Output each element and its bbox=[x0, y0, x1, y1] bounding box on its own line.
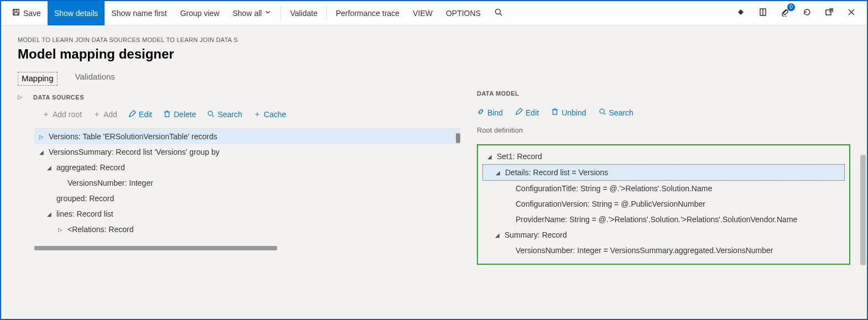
tree-node-details[interactable]: ◢ Details: Record list = Versions bbox=[482, 164, 845, 181]
data-sources-heading: DATA SOURCES bbox=[33, 94, 84, 101]
caret-down-icon[interactable]: ◢ bbox=[45, 165, 53, 171]
save-button[interactable]: Save bbox=[6, 1, 48, 25]
add-root-button[interactable]: ＋ Add root bbox=[42, 109, 82, 119]
add-button[interactable]: ＋ Add bbox=[93, 109, 117, 119]
tree-node-versions-number[interactable]: ▷ VersionsNumber: Integer bbox=[34, 175, 460, 191]
tree-node-label: VersionsNumber: Integer = VersionsSummar… bbox=[516, 246, 773, 255]
breadcrumb: MODEL TO LEARN JOIN DATA SOURCES MODEL T… bbox=[18, 36, 850, 43]
add-root-label: Add root bbox=[53, 110, 82, 119]
svg-point-3 bbox=[495, 9, 500, 14]
validate-button[interactable]: Validate bbox=[283, 1, 324, 25]
edit-label: Edit bbox=[526, 108, 539, 117]
plus-icon: ＋ bbox=[42, 109, 50, 119]
tree-node-grouped[interactable]: ▷ grouped: Record bbox=[34, 191, 460, 206]
tree-node-label: Summary: Record bbox=[505, 230, 567, 239]
options-button[interactable]: OPTIONS bbox=[439, 1, 487, 25]
attachment-badge: 0 bbox=[787, 3, 795, 11]
link-icon bbox=[477, 108, 485, 117]
svg-rect-2 bbox=[14, 13, 18, 15]
bind-button[interactable]: Bind bbox=[477, 108, 503, 117]
tab-validations[interactable]: Validations bbox=[75, 72, 115, 86]
data-sources-tree: ▷ Versions: Table 'ERSolutionVersionTabl… bbox=[34, 128, 460, 250]
two-column-layout: ▷ DATA SOURCES ＋ Add root ＋ Add Edit bbox=[18, 90, 850, 265]
plus-icon: ＋ bbox=[93, 109, 101, 119]
tree-node-label: VersionsNumber: Integer bbox=[67, 179, 153, 187]
tree-node-label: ConfigurationTitle: String = @.'>Relatio… bbox=[516, 184, 712, 193]
show-name-first-label: Show name first bbox=[111, 9, 167, 18]
tree-node-versions-summary[interactable]: ◢ VersionsSummary: Record list 'Versions… bbox=[34, 144, 460, 160]
office-icon-button[interactable] bbox=[752, 1, 774, 25]
svg-point-20 bbox=[600, 109, 604, 113]
tree-node-label: Set1: Record bbox=[497, 152, 542, 161]
pencil-icon bbox=[128, 110, 136, 119]
tree-node-versions[interactable]: ▷ Versions: Table 'ERSolutionVersionTabl… bbox=[34, 129, 460, 144]
right-scrollbar[interactable] bbox=[860, 155, 866, 265]
tree-node-configuration-version[interactable]: ▷ ConfigurationVersion: String = @.Publi… bbox=[482, 196, 845, 212]
group-view-label: Group view bbox=[180, 9, 220, 18]
refresh-button[interactable] bbox=[796, 1, 818, 25]
chevron-down-icon bbox=[264, 8, 272, 18]
plus-icon: ＋ bbox=[253, 109, 261, 119]
data-model-toolbar: Bind Edit Unbind Search bbox=[477, 108, 850, 117]
caret-down-icon[interactable]: ◢ bbox=[486, 154, 493, 160]
pane-expand-icon[interactable]: ▷ bbox=[18, 93, 22, 101]
view-button[interactable]: VIEW bbox=[406, 1, 439, 25]
svg-rect-1 bbox=[14, 9, 17, 12]
tab-mapping[interactable]: Mapping bbox=[18, 72, 58, 86]
office-icon bbox=[758, 8, 767, 19]
caret-down-icon[interactable]: ◢ bbox=[493, 232, 501, 238]
tree-node-lines[interactable]: ◢ lines: Record list bbox=[34, 206, 460, 222]
popout-button[interactable] bbox=[818, 1, 840, 25]
delete-button[interactable]: Delete bbox=[163, 109, 196, 119]
horizontal-scrollbar[interactable] bbox=[34, 246, 277, 250]
cache-label: Cache bbox=[264, 110, 286, 119]
attachments-button[interactable]: 0 bbox=[774, 1, 796, 25]
show-all-button[interactable]: Show all bbox=[226, 1, 279, 25]
group-view-button[interactable]: Group view bbox=[174, 1, 226, 25]
options-label: OPTIONS bbox=[446, 9, 481, 18]
performance-trace-label: Performance trace bbox=[336, 9, 399, 18]
vertical-scrollbar[interactable] bbox=[456, 133, 460, 143]
caret-down-icon[interactable]: ◢ bbox=[494, 170, 502, 176]
search-icon bbox=[207, 110, 215, 119]
show-name-first-button[interactable]: Show name first bbox=[105, 1, 173, 25]
caret-down-icon[interactable]: ◢ bbox=[38, 149, 45, 155]
svg-rect-12 bbox=[165, 112, 169, 117]
close-button[interactable] bbox=[840, 1, 862, 25]
refresh-icon bbox=[803, 8, 812, 19]
unbind-label: Unbind bbox=[562, 108, 586, 117]
edit-button[interactable]: Edit bbox=[128, 109, 152, 119]
caret-down-icon[interactable]: ◢ bbox=[45, 211, 53, 217]
cache-button[interactable]: ＋ Cache bbox=[253, 109, 286, 119]
add-label: Add bbox=[103, 110, 117, 119]
caret-right-icon[interactable]: ▷ bbox=[38, 134, 45, 140]
search-icon-button[interactable] bbox=[487, 1, 510, 25]
data-model-tree: ◢ Set1: Record ◢ Details: Record list = … bbox=[477, 144, 850, 265]
separator bbox=[326, 7, 327, 20]
connect-icon bbox=[736, 8, 745, 19]
tree-node-configuration-title[interactable]: ▷ ConfigurationTitle: String = @.'>Relat… bbox=[482, 181, 845, 196]
connect-icon-button[interactable] bbox=[730, 1, 752, 25]
tabs: Mapping Validations bbox=[18, 72, 850, 86]
search-button[interactable]: Search bbox=[599, 108, 633, 117]
tree-node-label: grouped: Record bbox=[56, 194, 114, 203]
tree-node-relations[interactable]: ▷ <Relations: Record bbox=[34, 222, 460, 237]
tree-node-label: ConfigurationVersion: String = @.PublicV… bbox=[516, 200, 705, 208]
unbind-button[interactable]: Unbind bbox=[551, 108, 586, 117]
tree-node-provider-name[interactable]: ▷ ProviderName: String = @.'>Relations'.… bbox=[482, 212, 845, 227]
tree-node-set1[interactable]: ◢ Set1: Record bbox=[482, 149, 845, 164]
performance-trace-button[interactable]: Performance trace bbox=[329, 1, 406, 25]
svg-rect-17 bbox=[553, 110, 557, 115]
tree-node-summary[interactable]: ◢ Summary: Record bbox=[482, 227, 845, 243]
tree-node-summary-versions-number[interactable]: ▷ VersionsNumber: Integer = VersionsSumm… bbox=[482, 243, 845, 258]
search-button[interactable]: Search bbox=[207, 109, 242, 119]
bind-label: Bind bbox=[487, 108, 503, 117]
top-ribbon: Save Show details Show name first Group … bbox=[1, 1, 867, 25]
data-sources-pane: ▷ DATA SOURCES ＋ Add root ＋ Add Edit bbox=[18, 90, 460, 265]
tree-node-aggregated[interactable]: ◢ aggregated: Record bbox=[34, 160, 460, 175]
edit-button[interactable]: Edit bbox=[515, 108, 539, 117]
caret-right-icon[interactable]: ▷ bbox=[56, 227, 64, 233]
data-model-pane: DATA MODEL Bind Edit Unbind Search bbox=[477, 90, 850, 265]
separator bbox=[280, 7, 281, 20]
show-details-button[interactable]: Show details bbox=[48, 1, 105, 25]
